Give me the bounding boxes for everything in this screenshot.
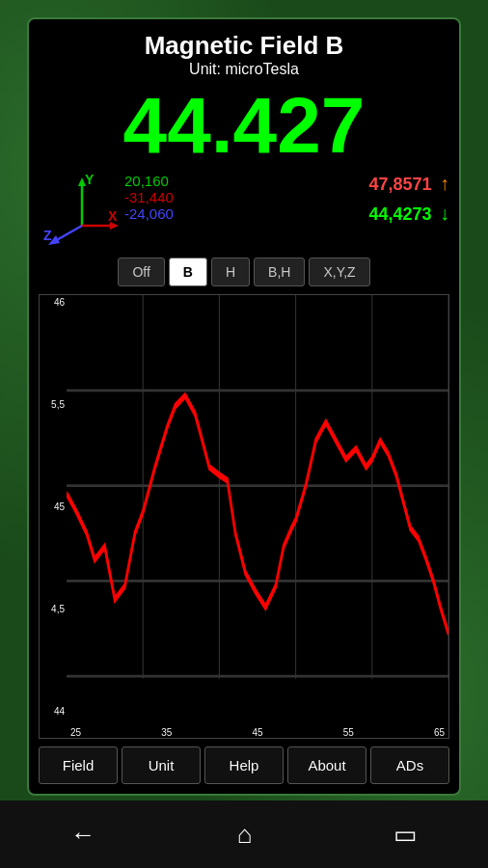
low-value: 44,4273 ↓ — [368, 203, 449, 225]
mode-btn-bh[interactable]: B,H — [254, 258, 305, 286]
bottom-nav: Field Unit Help About ADs — [39, 746, 449, 784]
arrow-up-icon: ↑ — [440, 173, 449, 194]
system-nav: ← ⌂ ▭ — [0, 800, 488, 868]
svg-text:Z: Z — [43, 228, 52, 243]
chart-container: 46 5,5 45 4,5 44 25 35 45 55 65 — [39, 294, 449, 739]
y-axis-labels: 46 5,5 45 4,5 44 — [40, 295, 67, 719]
x-label-25: 25 — [70, 727, 81, 738]
recent-button[interactable]: ▭ — [393, 820, 418, 850]
y-label-45b: 4,5 — [40, 604, 67, 614]
y-label-45: 45 — [40, 502, 67, 512]
unit-button[interactable]: Unit — [122, 746, 201, 784]
field-button[interactable]: Field — [39, 746, 118, 784]
range-values: 47,8571 ↑ 44,4273 ↓ — [368, 173, 449, 225]
x-axis-labels: 25 35 45 55 65 — [67, 727, 448, 738]
mode-btn-b[interactable]: B — [169, 258, 207, 286]
x-label-45: 45 — [252, 727, 262, 738]
high-value: 47,8571 ↑ — [368, 173, 449, 195]
x-value: -31,440 — [124, 189, 368, 205]
y-label-55: 5,5 — [40, 399, 67, 410]
mode-btn-xy,z[interactable]: X,Y,Z — [309, 258, 369, 286]
mode-btn-h[interactable]: H — [211, 258, 250, 286]
z-value: -24,060 — [124, 205, 368, 222]
unit-subtitle: Unit: microTesla — [39, 61, 449, 78]
main-value: 44.427 — [39, 86, 449, 165]
y-label-46: 46 — [40, 297, 67, 308]
x-label-55: 55 — [343, 727, 354, 738]
x-label-35: 35 — [161, 727, 172, 738]
svg-text:X: X — [108, 208, 118, 224]
app-title: Magnetic Field B — [39, 31, 449, 61]
axes-values: 20,160 -31,440 -24,060 — [124, 173, 368, 222]
back-button[interactable]: ← — [70, 820, 95, 850]
mode-btn-off[interactable]: Off — [118, 258, 164, 286]
x-label-65: 65 — [434, 727, 445, 738]
axes-diagram: Y X Z — [39, 173, 121, 250]
y-value: 20,160 — [124, 173, 368, 189]
title-section: Magnetic Field B Unit: microTesla — [39, 31, 449, 78]
arrow-down-icon: ↓ — [440, 203, 449, 224]
about-button[interactable]: About — [287, 746, 366, 784]
ads-button[interactable]: ADs — [370, 746, 449, 784]
y-label-44: 44 — [40, 706, 67, 717]
mode-buttons: OffBHB,HX,Y,Z — [39, 258, 449, 286]
svg-text:Y: Y — [85, 173, 95, 187]
home-button[interactable]: ⌂ — [237, 820, 253, 850]
chart-svg — [67, 295, 448, 719]
help-button[interactable]: Help — [204, 746, 284, 784]
axes-row: Y X Z 20,160 -31,440 -24,060 47,8571 — [39, 173, 449, 250]
app-container: Magnetic Field B Unit: microTesla 44.427… — [27, 17, 461, 796]
